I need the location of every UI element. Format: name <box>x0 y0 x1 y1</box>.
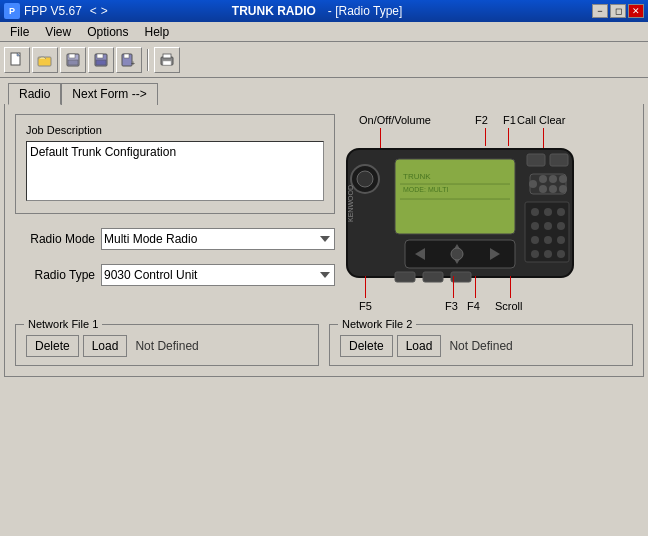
open-button[interactable] <box>32 47 58 73</box>
toolbar-separator <box>147 49 149 71</box>
network-file-2-label: Network File 2 <box>338 318 416 330</box>
radio-mode-select[interactable]: Multi Mode RadioSingle Mode Radio <box>101 228 335 250</box>
network-file-1-label: Network File 1 <box>24 318 102 330</box>
save-all-button[interactable] <box>60 47 86 73</box>
app-title: TRUNK RADIO <box>232 4 316 18</box>
svg-point-36 <box>557 208 565 216</box>
radio-mode-label: Radio Mode <box>15 232 95 246</box>
svg-text:TRUNK: TRUNK <box>403 172 431 181</box>
label-f1: F1 <box>503 114 516 126</box>
svg-text:KENWOOD: KENWOOD <box>347 185 354 222</box>
restore-button[interactable]: ◻ <box>610 4 626 18</box>
label-call-clear: Call Clear <box>517 114 565 126</box>
tab-next-form[interactable]: Next Form --> <box>61 83 157 105</box>
line-f3 <box>453 276 454 298</box>
network-file-2-delete-button[interactable]: Delete <box>340 335 393 357</box>
label-f3: F3 <box>445 300 458 312</box>
close-button[interactable]: ✕ <box>628 4 644 18</box>
svg-rect-7 <box>97 54 103 58</box>
app-icon: P <box>4 3 20 19</box>
svg-point-45 <box>557 250 565 258</box>
svg-point-40 <box>531 236 539 244</box>
tab-radio[interactable]: Radio <box>8 83 61 105</box>
network-file-1-load-button[interactable]: Load <box>83 335 128 357</box>
job-description-input[interactable] <box>26 141 324 201</box>
svg-rect-52 <box>395 272 415 282</box>
menu-options[interactable]: Options <box>79 23 136 41</box>
svg-rect-54 <box>451 272 471 282</box>
svg-rect-10 <box>124 54 129 58</box>
save-button[interactable] <box>88 47 114 73</box>
label-scroll: Scroll <box>495 300 523 312</box>
radio-body-svg: TRUNK MODE: MULTI <box>345 144 575 289</box>
menu-help[interactable]: Help <box>137 23 178 41</box>
job-description-label: Job Description <box>26 124 102 136</box>
nav-prev[interactable]: < <box>90 4 97 18</box>
svg-point-38 <box>544 222 552 230</box>
network-file-2-value: Not Defined <box>449 339 512 353</box>
svg-text:+: + <box>131 60 135 67</box>
svg-rect-5 <box>68 60 78 65</box>
svg-rect-53 <box>423 272 443 282</box>
svg-rect-23 <box>527 154 545 166</box>
title-bar: P FPP V5.67 < > TRUNK RADIO - [Radio Typ… <box>0 0 648 22</box>
menu-view[interactable]: View <box>37 23 79 41</box>
saveas-button[interactable]: + <box>116 47 142 73</box>
svg-point-27 <box>539 175 547 183</box>
svg-rect-24 <box>550 154 568 166</box>
svg-point-42 <box>557 236 565 244</box>
svg-rect-14 <box>163 61 171 65</box>
svg-text:MODE: MULTI: MODE: MULTI <box>403 186 448 193</box>
svg-point-30 <box>539 185 547 193</box>
label-f5: F5 <box>359 300 372 312</box>
svg-point-31 <box>549 185 557 193</box>
network-file-2-group: Network File 2 Delete Load Not Defined <box>329 324 633 366</box>
svg-point-17 <box>357 171 373 187</box>
window-controls: − ◻ ✕ <box>592 4 644 18</box>
line-scroll <box>510 276 511 298</box>
svg-rect-13 <box>163 54 171 58</box>
svg-point-39 <box>557 222 565 230</box>
svg-point-43 <box>531 250 539 258</box>
line-f4 <box>475 276 476 298</box>
svg-point-28 <box>549 175 557 183</box>
nav-next[interactable]: > <box>101 4 108 18</box>
label-on-off-volume: On/Off/Volume <box>359 114 431 126</box>
minimize-button[interactable]: − <box>592 4 608 18</box>
label-f2: F2 <box>475 114 488 126</box>
menu-file[interactable]: File <box>2 23 37 41</box>
network-file-2-load-button[interactable]: Load <box>397 335 442 357</box>
svg-rect-8 <box>96 60 106 65</box>
svg-point-41 <box>544 236 552 244</box>
radio-type-label: Radio Type <box>15 268 95 282</box>
new-button[interactable] <box>4 47 30 73</box>
tab-area: Radio Next Form --> <box>4 78 644 104</box>
svg-point-37 <box>531 222 539 230</box>
svg-point-51 <box>451 248 463 260</box>
toolbar: + <box>0 42 648 78</box>
print-button[interactable] <box>154 47 180 73</box>
network-file-1-group: Network File 1 Delete Load Not Defined <box>15 324 319 366</box>
radio-type-select[interactable]: 9030 Control Unit9100 Mobile9100 Portabl… <box>101 264 335 286</box>
svg-point-26 <box>529 180 537 188</box>
app-subtitle: - [Radio Type] <box>328 4 402 18</box>
menu-bar: File View Options Help <box>0 22 648 42</box>
line-f5 <box>365 276 366 298</box>
svg-point-29 <box>559 175 567 183</box>
svg-point-44 <box>544 250 552 258</box>
svg-point-32 <box>559 185 567 193</box>
network-file-1-delete-button[interactable]: Delete <box>26 335 79 357</box>
app-version: FPP V5.67 <box>24 4 82 18</box>
svg-rect-4 <box>69 54 75 58</box>
network-file-1-value: Not Defined <box>135 339 198 353</box>
svg-rect-18 <box>395 159 515 234</box>
svg-point-34 <box>531 208 539 216</box>
radio-panel: On/Off/Volume F2 F1 Call Clear <box>345 114 633 314</box>
label-f4: F4 <box>467 300 480 312</box>
svg-point-35 <box>544 208 552 216</box>
